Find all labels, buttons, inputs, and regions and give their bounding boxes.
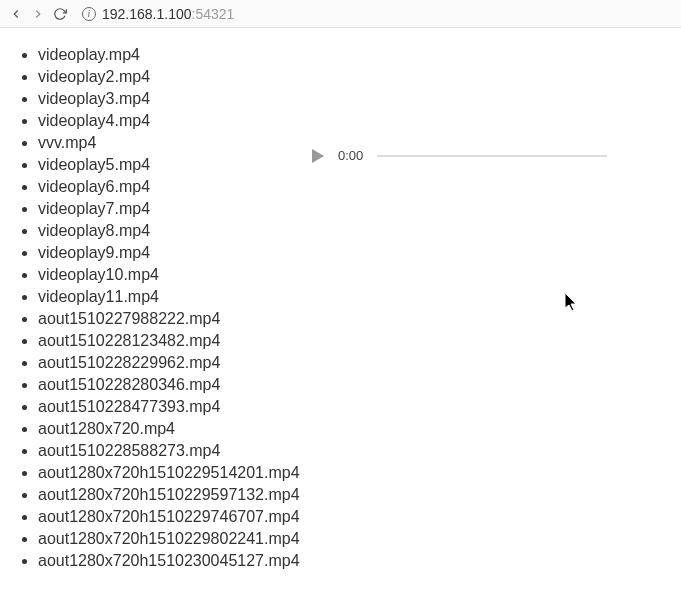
file-item[interactable]: aout1280x720h1510230045127.mp4 <box>38 550 681 572</box>
file-item[interactable]: videoplay9.mp4 <box>38 242 681 264</box>
file-list: videoplay.mp4videoplay2.mp4videoplay3.mp… <box>0 44 681 572</box>
file-item[interactable]: aout1280x720h1510229514201.mp4 <box>38 462 681 484</box>
play-icon[interactable] <box>312 149 324 163</box>
player-progress[interactable] <box>377 155 607 157</box>
file-item[interactable]: aout1510228588273.mp4 <box>38 440 681 462</box>
player-time: 0:00 <box>338 148 363 163</box>
forward-button[interactable] <box>30 6 46 22</box>
media-player: 0:00 <box>312 148 607 163</box>
file-item[interactable]: videoplay7.mp4 <box>38 198 681 220</box>
reload-button[interactable] <box>52 6 68 22</box>
file-item[interactable]: aout1280x720h1510229802241.mp4 <box>38 528 681 550</box>
file-item[interactable]: videoplay2.mp4 <box>38 66 681 88</box>
file-item[interactable]: videoplay8.mp4 <box>38 220 681 242</box>
back-button[interactable] <box>8 6 24 22</box>
file-item[interactable]: videoplay6.mp4 <box>38 176 681 198</box>
file-item[interactable]: aout1280x720h1510229746707.mp4 <box>38 506 681 528</box>
file-item[interactable]: aout1280x720h1510229597132.mp4 <box>38 484 681 506</box>
file-item[interactable]: videoplay4.mp4 <box>38 110 681 132</box>
file-item[interactable]: videoplay10.mp4 <box>38 264 681 286</box>
info-icon: i <box>82 7 96 21</box>
file-item[interactable]: aout1510228123482.mp4 <box>38 330 681 352</box>
file-item[interactable]: aout1510228280346.mp4 <box>38 374 681 396</box>
file-item[interactable]: aout1280x720.mp4 <box>38 418 681 440</box>
address-host: 192.168.1.100 <box>102 6 192 22</box>
file-item[interactable]: videoplay3.mp4 <box>38 88 681 110</box>
browser-toolbar: i 192.168.1.100:54321 <box>0 0 681 28</box>
address-bar[interactable]: i 192.168.1.100:54321 <box>74 5 673 23</box>
file-item[interactable]: aout1510228477393.mp4 <box>38 396 681 418</box>
file-item[interactable]: aout1510227988222.mp4 <box>38 308 681 330</box>
file-item[interactable]: videoplay11.mp4 <box>38 286 681 308</box>
address-port: :54321 <box>192 6 235 22</box>
file-item[interactable]: aout1510228229962.mp4 <box>38 352 681 374</box>
file-item[interactable]: videoplay.mp4 <box>38 44 681 66</box>
page-content: videoplay.mp4videoplay2.mp4videoplay3.mp… <box>0 28 681 572</box>
